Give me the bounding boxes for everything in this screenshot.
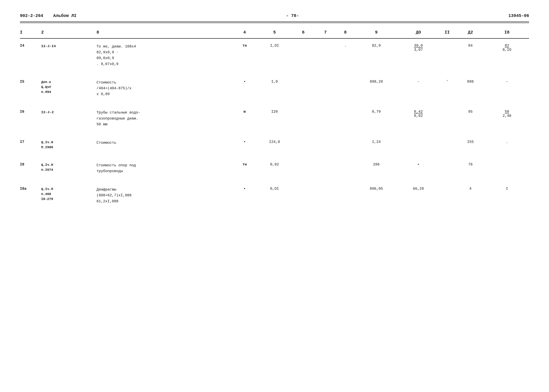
row-description: То же, диам. 108х4 82,9х0,9 · 89,0х0,9 .… bbox=[95, 39, 233, 69]
row-col12: 84 bbox=[456, 39, 485, 69]
row-col4: тн bbox=[233, 157, 257, 176]
spacer-row bbox=[20, 152, 529, 157]
row-col6 bbox=[292, 157, 314, 176]
row-col13 bbox=[485, 157, 529, 176]
row-col5: I20 bbox=[257, 105, 292, 129]
row-col5: I,0 bbox=[257, 75, 292, 99]
row-col12: I55 bbox=[456, 135, 485, 152]
row-col7 bbox=[314, 105, 336, 129]
row-col4: • bbox=[233, 135, 257, 152]
row-col8 bbox=[336, 105, 354, 129]
row-col10: 39,0 3,07 bbox=[398, 39, 438, 69]
row-col5: 0,82 bbox=[257, 157, 292, 176]
spacer-row bbox=[20, 176, 529, 182]
table-row: I7 Ц.Iч.Н П.I986 Стоимость • I24,8 I,24 … bbox=[20, 135, 529, 152]
row-col12: 76 bbox=[456, 157, 485, 176]
row-col7 bbox=[314, 39, 336, 69]
table-row: I8а Ц.Iч.П п.468 I8-279 Диафрагмы (808+6… bbox=[20, 182, 529, 206]
main-table: I 2 8 4 5 6 7 8 9 ДО II Д2 I8 I4 I2-Ј-I4… bbox=[20, 27, 529, 206]
row-col12: 4 bbox=[456, 182, 485, 206]
row-col10: - bbox=[398, 75, 438, 99]
ref-number: 13945-06 bbox=[508, 13, 529, 18]
row-col4: тн bbox=[233, 39, 257, 69]
row-col9: 82,9 bbox=[354, 39, 398, 69]
row-col7 bbox=[314, 75, 336, 99]
row-id: I4 bbox=[20, 39, 40, 69]
row-col9: I,24 bbox=[354, 135, 398, 152]
row-col13: 82 8,IO bbox=[485, 39, 529, 69]
col-header-10: ДО bbox=[398, 27, 438, 39]
row-col13: - bbox=[485, 75, 529, 99]
row-col11 bbox=[438, 157, 456, 176]
row-col4: • bbox=[233, 182, 257, 206]
row-ref: I2-Ј-I4 bbox=[40, 39, 95, 69]
row-col8 bbox=[336, 182, 354, 206]
row-col13: I bbox=[485, 182, 529, 206]
row-description: Стоимость bbox=[95, 135, 233, 152]
col-header-13: I8 bbox=[485, 27, 529, 39]
col-header-1: I bbox=[20, 27, 40, 39]
row-col5: 0,OI bbox=[257, 182, 292, 206]
row-id: I6 bbox=[20, 105, 40, 129]
row-col6 bbox=[292, 105, 314, 129]
col-header-4: 4 bbox=[233, 27, 257, 39]
col-header-7: 7 bbox=[314, 27, 336, 39]
row-col11 bbox=[438, 135, 456, 152]
col-header-6: 6 bbox=[292, 27, 314, 39]
row-col8 bbox=[336, 135, 354, 152]
row-col13: 50 2,40 bbox=[485, 105, 529, 129]
row-col9: 898,28 bbox=[354, 75, 398, 99]
row-col6 bbox=[292, 182, 314, 206]
spacer-row bbox=[20, 69, 529, 75]
row-col9: 0,79 bbox=[354, 105, 398, 129]
col-header-9: 9 bbox=[354, 27, 398, 39]
row-ref: Ц.Iч.Н п.I674 bbox=[40, 157, 95, 176]
row-col4: • bbox=[233, 75, 257, 99]
row-col7 bbox=[314, 182, 336, 206]
row-col12: 95 bbox=[456, 105, 485, 129]
row-ref: Доп.к Ц.ЦчУ п.994 bbox=[40, 75, 95, 99]
table-row: I8 Ц.Iч.Н п.I674 Стоимость опор под труб… bbox=[20, 157, 529, 176]
row-col9: 286 bbox=[354, 157, 398, 176]
row-col12: 898 bbox=[456, 75, 485, 99]
row-ref: I2-Ј-2 bbox=[40, 105, 95, 129]
header-section: 902-2-264 Альбом ЛI - 78- 13945-06 bbox=[20, 13, 529, 23]
row-description: Трубы стальные водо- газопроводные диам.… bbox=[95, 105, 233, 129]
row-id: I7 bbox=[20, 135, 40, 152]
row-col11: ' bbox=[438, 75, 456, 99]
row-col8: . bbox=[336, 39, 354, 69]
row-col11 bbox=[438, 105, 456, 129]
doc-number: 902-2-264 bbox=[20, 13, 43, 18]
col-header-2: 2 bbox=[40, 27, 95, 39]
row-col7 bbox=[314, 135, 336, 152]
row-col10: 0,42 0,02 bbox=[398, 105, 438, 129]
row-col7 bbox=[314, 157, 336, 176]
col-header-5: 5 bbox=[257, 27, 292, 39]
row-col10 bbox=[398, 135, 438, 152]
row-ref: Ц.Iч.П п.468 I8-279 bbox=[40, 182, 95, 206]
row-col10: 66,28 bbox=[398, 182, 438, 206]
table-row: I4 I2-Ј-I4 То же, диам. 108х4 82,9х0,9 ·… bbox=[20, 39, 529, 69]
column-headers: I 2 8 4 5 6 7 8 9 ДО II Д2 I8 bbox=[20, 27, 529, 39]
row-col5: I24,8 bbox=[257, 135, 292, 152]
row-col11 bbox=[438, 39, 456, 69]
row-col8 bbox=[336, 157, 354, 176]
col-header-3: 8 bbox=[95, 27, 233, 39]
spacer-row bbox=[20, 129, 529, 135]
row-col11 bbox=[438, 182, 456, 206]
row-ref: Ц.Iч.Н П.I986 bbox=[40, 135, 95, 152]
table-row: I6 I2-Ј-2 Трубы стальные водо- газопрово… bbox=[20, 105, 529, 129]
row-col13: . bbox=[485, 135, 529, 152]
row-col6 bbox=[292, 75, 314, 99]
row-col8 bbox=[336, 75, 354, 99]
spacer-row bbox=[20, 99, 529, 105]
row-col6 bbox=[292, 39, 314, 69]
row-description: Диафрагмы (808+62,7)хI,088 61,2хI,088 bbox=[95, 182, 233, 206]
row-id: I5 bbox=[20, 75, 40, 99]
row-col10: • bbox=[398, 157, 438, 176]
col-header-11: II bbox=[438, 27, 456, 39]
row-col9: 896,05 bbox=[354, 182, 398, 206]
row-col6 bbox=[292, 135, 314, 152]
row-col5: I,OI bbox=[257, 39, 292, 69]
row-description: Стоимость /404+(404-875)/х х 0,89 bbox=[95, 75, 233, 99]
